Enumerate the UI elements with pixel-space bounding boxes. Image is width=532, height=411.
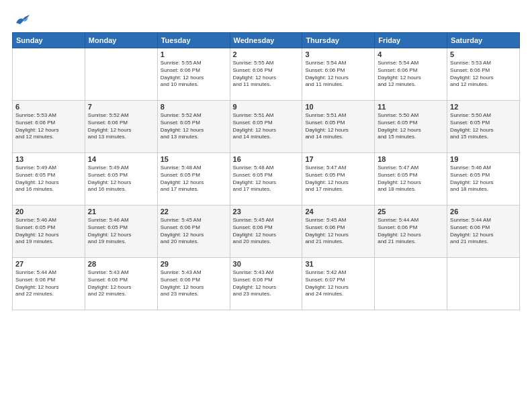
day-detail: Sunrise: 5:42 AM Sunset: 6:07 PM Dayligh… [305,269,371,298]
logo-bird-icon [13,12,32,27]
calendar-cell: 11Sunrise: 5:50 AM Sunset: 6:05 PM Dayli… [375,101,447,153]
day-number: 4 [378,50,444,58]
day-number: 3 [305,50,371,58]
calendar-cell [447,258,520,310]
day-number: 8 [161,103,227,111]
day-detail: Sunrise: 5:54 AM Sunset: 6:06 PM Dayligh… [378,60,444,89]
day-detail: Sunrise: 5:52 AM Sunset: 6:06 PM Dayligh… [88,112,154,141]
day-detail: Sunrise: 5:44 AM Sunset: 6:06 PM Dayligh… [450,217,517,246]
day-number: 1 [161,50,227,58]
day-detail: Sunrise: 5:53 AM Sunset: 6:06 PM Dayligh… [15,112,82,141]
day-number: 9 [233,103,300,111]
day-number: 23 [233,208,300,216]
day-detail: Sunrise: 5:45 AM Sunset: 6:06 PM Dayligh… [305,217,371,246]
day-number: 30 [233,260,300,268]
day-detail: Sunrise: 5:50 AM Sunset: 6:05 PM Dayligh… [378,112,444,141]
page: SundayMondayTuesdayWednesdayThursdayFrid… [0,0,532,411]
day-number: 14 [88,155,154,163]
calendar-cell: 9Sunrise: 5:51 AM Sunset: 6:05 PM Daylig… [230,101,302,153]
calendar-cell: 23Sunrise: 5:45 AM Sunset: 6:06 PM Dayli… [230,205,302,258]
calendar-cell: 28Sunrise: 5:43 AM Sunset: 6:06 PM Dayli… [85,258,157,310]
day-detail: Sunrise: 5:51 AM Sunset: 6:05 PM Dayligh… [305,112,371,141]
day-detail: Sunrise: 5:47 AM Sunset: 6:05 PM Dayligh… [305,165,371,193]
day-number: 2 [233,50,300,58]
day-detail: Sunrise: 5:45 AM Sunset: 6:06 PM Dayligh… [161,217,227,246]
calendar-cell: 30Sunrise: 5:43 AM Sunset: 6:06 PM Dayli… [230,258,302,310]
day-detail: Sunrise: 5:43 AM Sunset: 6:06 PM Dayligh… [161,269,227,298]
day-number: 11 [378,103,444,111]
header-day-friday: Friday [375,33,447,48]
calendar-cell: 26Sunrise: 5:44 AM Sunset: 6:06 PM Dayli… [447,205,520,258]
calendar-table: SundayMondayTuesdayWednesdayThursdayFrid… [12,32,520,310]
day-number: 24 [305,208,371,216]
week-row-4: 20Sunrise: 5:46 AM Sunset: 6:05 PM Dayli… [13,205,520,258]
calendar-cell: 14Sunrise: 5:49 AM Sunset: 6:05 PM Dayli… [85,153,157,205]
day-detail: Sunrise: 5:51 AM Sunset: 6:05 PM Dayligh… [233,112,300,141]
day-detail: Sunrise: 5:43 AM Sunset: 6:06 PM Dayligh… [88,269,154,298]
logo [12,12,32,27]
calendar-cell: 29Sunrise: 5:43 AM Sunset: 6:06 PM Dayli… [157,258,230,310]
week-row-2: 6Sunrise: 5:53 AM Sunset: 6:06 PM Daylig… [13,101,520,153]
calendar-cell: 21Sunrise: 5:46 AM Sunset: 6:05 PM Dayli… [85,205,157,258]
day-detail: Sunrise: 5:53 AM Sunset: 6:06 PM Dayligh… [450,60,517,89]
header [12,12,520,27]
day-detail: Sunrise: 5:43 AM Sunset: 6:06 PM Dayligh… [233,269,300,298]
calendar-cell: 22Sunrise: 5:45 AM Sunset: 6:06 PM Dayli… [157,205,230,258]
calendar-cell: 7Sunrise: 5:52 AM Sunset: 6:06 PM Daylig… [85,101,157,153]
calendar-cell: 10Sunrise: 5:51 AM Sunset: 6:05 PM Dayli… [302,101,375,153]
day-detail: Sunrise: 5:44 AM Sunset: 6:06 PM Dayligh… [378,217,444,246]
header-day-wednesday: Wednesday [230,33,302,48]
calendar-cell: 6Sunrise: 5:53 AM Sunset: 6:06 PM Daylig… [13,101,85,153]
day-number: 5 [450,50,517,58]
calendar-cell: 31Sunrise: 5:42 AM Sunset: 6:07 PM Dayli… [302,258,375,310]
header-day-tuesday: Tuesday [157,33,230,48]
calendar-cell: 15Sunrise: 5:48 AM Sunset: 6:05 PM Dayli… [157,153,230,205]
calendar-cell: 5Sunrise: 5:53 AM Sunset: 6:06 PM Daylig… [447,48,520,101]
day-detail: Sunrise: 5:50 AM Sunset: 6:05 PM Dayligh… [450,112,517,141]
day-detail: Sunrise: 5:46 AM Sunset: 6:05 PM Dayligh… [15,217,82,246]
day-number: 6 [15,103,82,111]
day-detail: Sunrise: 5:48 AM Sunset: 6:05 PM Dayligh… [161,165,227,193]
calendar-cell: 19Sunrise: 5:46 AM Sunset: 6:05 PM Dayli… [447,153,520,205]
calendar-cell: 27Sunrise: 5:44 AM Sunset: 6:06 PM Dayli… [13,258,85,310]
day-number: 25 [378,208,444,216]
calendar-cell [85,48,157,101]
calendar-cell: 8Sunrise: 5:52 AM Sunset: 6:05 PM Daylig… [157,101,230,153]
calendar-cell [375,258,447,310]
day-detail: Sunrise: 5:46 AM Sunset: 6:05 PM Dayligh… [88,217,154,246]
day-detail: Sunrise: 5:44 AM Sunset: 6:06 PM Dayligh… [15,269,82,298]
header-day-monday: Monday [85,33,157,48]
day-detail: Sunrise: 5:49 AM Sunset: 6:05 PM Dayligh… [88,165,154,193]
day-detail: Sunrise: 5:55 AM Sunset: 6:06 PM Dayligh… [161,60,227,89]
day-number: 15 [161,155,227,163]
day-number: 31 [305,260,371,268]
day-number: 16 [233,155,300,163]
day-detail: Sunrise: 5:54 AM Sunset: 6:06 PM Dayligh… [305,60,371,89]
header-day-sunday: Sunday [13,33,85,48]
day-number: 19 [450,155,517,163]
calendar-cell: 13Sunrise: 5:49 AM Sunset: 6:05 PM Dayli… [13,153,85,205]
calendar-cell: 18Sunrise: 5:47 AM Sunset: 6:05 PM Dayli… [375,153,447,205]
day-number: 12 [450,103,517,111]
day-number: 7 [88,103,154,111]
header-day-thursday: Thursday [302,33,375,48]
calendar-cell: 4Sunrise: 5:54 AM Sunset: 6:06 PM Daylig… [375,48,447,101]
day-detail: Sunrise: 5:46 AM Sunset: 6:05 PM Dayligh… [450,165,517,193]
day-number: 27 [15,260,82,268]
week-row-5: 27Sunrise: 5:44 AM Sunset: 6:06 PM Dayli… [13,258,520,310]
calendar-cell: 16Sunrise: 5:48 AM Sunset: 6:05 PM Dayli… [230,153,302,205]
week-row-3: 13Sunrise: 5:49 AM Sunset: 6:05 PM Dayli… [13,153,520,205]
day-number: 10 [305,103,371,111]
day-number: 17 [305,155,371,163]
day-detail: Sunrise: 5:48 AM Sunset: 6:05 PM Dayligh… [233,165,300,193]
header-row: SundayMondayTuesdayWednesdayThursdayFrid… [13,33,520,48]
header-day-saturday: Saturday [447,33,520,48]
day-number: 13 [15,155,82,163]
day-number: 21 [88,208,154,216]
day-number: 29 [161,260,227,268]
day-number: 22 [161,208,227,216]
day-detail: Sunrise: 5:52 AM Sunset: 6:05 PM Dayligh… [161,112,227,141]
calendar-cell: 3Sunrise: 5:54 AM Sunset: 6:06 PM Daylig… [302,48,375,101]
calendar-cell: 2Sunrise: 5:55 AM Sunset: 6:06 PM Daylig… [230,48,302,101]
calendar-cell: 20Sunrise: 5:46 AM Sunset: 6:05 PM Dayli… [13,205,85,258]
